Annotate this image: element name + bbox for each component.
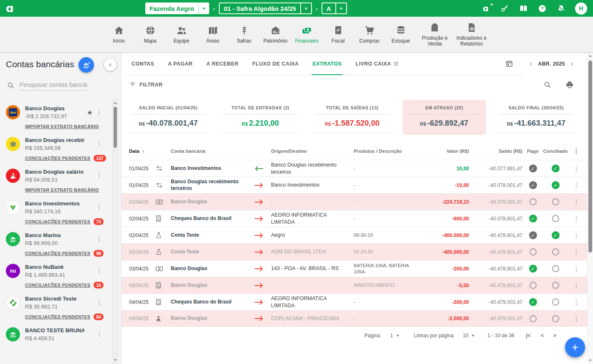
add-bank-account-button[interactable] [79,57,94,73]
paid-check-icon[interactable] [530,248,537,255]
table-row[interactable]: 03/04/25 Banco Douglas - ABASTECIMENTO -… [122,277,593,293]
row-kebab-icon[interactable]: ⋮ [568,232,584,239]
reconciled-check-icon[interactable]: ✓ [552,231,560,239]
scroll-down-icon[interactable]: ▼ [588,359,593,362]
scroll-up-icon[interactable]: ▲ [113,101,118,105]
nav-item-equipe[interactable]: Equipe [166,25,197,44]
account-kebab-icon[interactable]: ⋮ [95,204,104,210]
paid-check-icon[interactable]: ✓ [529,164,537,172]
tab-a-pagar[interactable]: A PAGAR [168,52,193,75]
column-header-valor[interactable]: Valor (R$) [416,149,470,154]
table-options-kebab-icon[interactable]: ⋮ [568,147,584,155]
row-kebab-icon[interactable]: ⋮ [568,165,584,172]
reconciled-check-icon[interactable] [552,248,559,255]
table-row[interactable]: 04/04/25 Banco Douglas COPLACANA - PIRAC… [122,310,593,327]
summary-card[interactable]: TOTAL DE SAÍDAS (13) R$-1.587.520,00 [310,100,394,135]
bank-account-item[interactable]: Banco Sicredi Teste R$ 35.982,71 ⋮ CONCI… [0,291,109,323]
summary-card[interactable]: SALDO FINAL (30/04/25) R$-41.663.311,47 [494,100,578,135]
row-kebab-icon[interactable]: ⋮ [568,282,584,289]
refer-friend-icon[interactable]: ɑ+ [481,4,490,13]
row-kebab-icon[interactable]: ⋮ [568,315,584,322]
avatar[interactable]: H [575,3,587,15]
table-row[interactable]: 03/04/25 Banco Douglas 143 - POA - AV. B… [122,260,593,277]
nav-item-fiscal[interactable]: Fiscal [322,25,354,44]
reconciled-check-icon[interactable] [552,282,559,289]
nav-item-inicio[interactable]: Início [103,25,134,44]
table-row[interactable]: 02/04/25 Conta Teste Aegro 00-30-15 -400… [122,227,593,243]
scrollbar-thumb[interactable] [588,61,592,253]
search-transactions-icon[interactable] [543,81,552,89]
nav-item-indicadores-e-relatorios[interactable]: Indicadores e Relatórios [453,22,490,47]
account-kebab-icon[interactable]: ⋮ [95,109,104,115]
pending-reconciliations-link[interactable]: CONCILIAÇÕES PENDENTES [25,251,90,256]
help-icon[interactable]: ? [537,4,547,13]
bank-account-item[interactable]: Banco Marina R$ 99.999,00 ⋮ CONCILIAÇÕES… [0,228,109,259]
page-select[interactable]: 1▼ [390,333,400,339]
nav-item-producao-e-venda[interactable]: Produção e Venda [416,22,453,47]
calendar-icon[interactable] [505,60,513,68]
row-kebab-icon[interactable]: ⋮ [568,265,584,273]
paid-check-icon[interactable]: ✓ [529,215,537,222]
add-transaction-fab[interactable]: + [565,337,585,357]
column-header-produtos-descricao[interactable]: Produtos / Descrição [354,149,416,154]
column-header-saldo[interactable]: Saldo (R$) [470,149,523,154]
account-kebab-icon[interactable]: ⋮ [95,299,104,306]
main-scrollbar[interactable]: ▲ ▼ [587,52,593,364]
scrollbar-thumb[interactable] [114,107,117,148]
sidebar-scrollbar[interactable]: ▲ ▼ [112,99,118,364]
reconciled-check-icon[interactable]: ✓ [552,164,560,172]
reconciled-check-icon[interactable] [552,315,559,322]
chevron-down-icon[interactable]: ▾ [198,3,209,14]
column-header-origem-destino[interactable]: Origem/Destino [271,149,354,154]
plot-selector[interactable]: A ▾ [322,3,347,14]
import-statement-link[interactable]: IMPORTAR EXTRATO BANCÁRIO [25,124,99,129]
table-row[interactable]: 01/04/25 Banco Douglas recebimento terce… [122,177,593,193]
nav-item-compras[interactable]: Compras [354,25,385,44]
table-row[interactable]: 02/04/25 Cheques Banco do Brasil AEGRO I… [122,210,593,227]
account-kebab-icon[interactable]: ⋮ [95,140,104,147]
paid-check-icon[interactable]: ✓ [529,231,537,239]
pending-reconciliations-link[interactable]: CONCILIAÇÕES PENDENTES [25,156,90,161]
reconciled-check-icon[interactable] [552,198,559,205]
search-input[interactable] [20,80,87,91]
bank-account-item[interactable]: nu Banco NuBank R$ 1.489.983,41 ⋮ CONCIL… [0,259,109,291]
paid-check-icon[interactable]: ✓ [529,265,537,273]
nav-item-safras[interactable]: Safras [228,25,260,44]
key-icon[interactable] [500,4,509,13]
nav-item-mapa[interactable]: Mapa [134,25,166,44]
scroll-down-icon[interactable]: ▼ [113,358,118,362]
tab-contas[interactable]: CONTAS [132,52,154,75]
account-kebab-icon[interactable]: ⋮ [95,331,104,337]
bank-account-item[interactable]: BANCO TESTE BRUNA R$ 4.459,51 ⋮ [0,323,109,344]
import-statement-link[interactable]: IMPORTAR EXTRATO BANCÁRIO [25,187,99,192]
nav-item-financeiro[interactable]: Financeiro [291,25,322,44]
next-page-button[interactable]: > [553,332,556,339]
first-page-button[interactable]: |< [526,332,531,339]
pending-reconciliations-link[interactable]: CONCILIAÇÕES PENDENTES [25,283,90,288]
pending-reconciliations-link[interactable]: CONCILIAÇÕES PENDENTES [25,219,90,224]
notifications-off-icon[interactable] [556,4,565,13]
reconciled-check-icon[interactable] [552,215,559,222]
paid-check-icon[interactable] [530,282,537,289]
tab-a-receber[interactable]: A RECEBER [206,52,238,75]
summary-card[interactable]: TOTAL DE ENTRADAS (3) R$2.210,00 [218,100,302,135]
previous-month-button[interactable]: ‹ [524,60,538,68]
rows-per-page-select[interactable]: 10▼ [463,333,475,339]
column-header-data[interactable]: Data ↑ [129,148,171,154]
tab-livro-caixa[interactable]: LIVRO CAIXA [355,52,398,75]
farm-selector[interactable]: Fazenda Aegro ▾ [145,3,209,14]
nav-item-areas[interactable]: Áreas [197,25,228,44]
reconciled-check-icon[interactable] [552,298,559,306]
column-header-conta-bancaria[interactable]: Conta bancária [171,149,254,154]
sort-ascending-icon[interactable]: ↑ [142,148,145,154]
table-row[interactable]: 04/04/25 Cheques Banco do Brasil AEGRO I… [122,293,593,310]
row-kebab-icon[interactable]: ⋮ [568,182,584,189]
paid-check-icon[interactable] [530,198,537,205]
star-icon[interactable]: ★ [84,109,95,116]
account-kebab-icon[interactable]: ⋮ [95,267,104,274]
paid-check-icon[interactable] [530,315,537,322]
row-kebab-icon[interactable]: ⋮ [568,198,584,206]
column-header-pago[interactable]: Pago [523,149,542,154]
reconciled-check-icon[interactable] [552,265,559,272]
bank-account-item[interactable]: Banco Douglas salário Ti… R$ 54.008,51 ⋮… [0,164,109,196]
